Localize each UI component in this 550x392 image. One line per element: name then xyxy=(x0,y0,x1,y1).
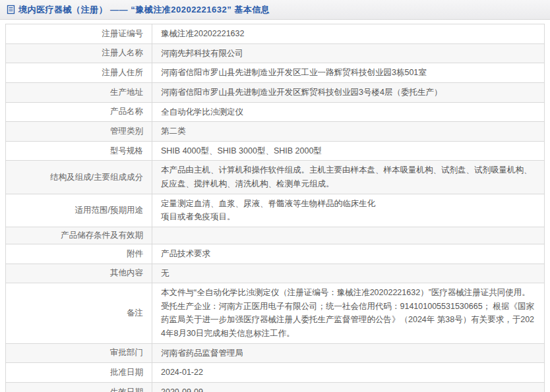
row-label-text: 备注 xyxy=(127,308,143,318)
row-label-text: 注册证编号 xyxy=(102,29,144,38)
row-label-text: 注册人名称 xyxy=(102,48,144,57)
row-label-text: 其他内容 xyxy=(110,268,143,277)
row-value: 河南先邦科技有限公司 xyxy=(152,43,545,63)
row-value: 2024-01-22 xyxy=(152,363,545,383)
row-label: 其他内容 xyxy=(6,264,152,283)
row-label-text: 注册人住所 xyxy=(102,68,144,77)
row-value: 河南省信阳市罗山县先进制造业开发区辉贸科技创业园3号楼4层（委托生产） xyxy=(152,82,545,102)
table-row: 注册人名称河南先邦科技有限公司 xyxy=(6,43,545,63)
row-label-text: 生效日期 xyxy=(110,387,143,392)
row-value: 无 xyxy=(152,264,545,283)
row-label-text: 结构及组成/主要组成成分 xyxy=(50,173,143,182)
row-label: 适用范围/预期用途 xyxy=(6,194,152,227)
table-row: 其他内容无 xyxy=(6,264,545,283)
page-header: 境内医疗器械（注册） —— “豫械注准20202221632” 基本信息 xyxy=(0,0,550,20)
row-value: 产品技术要求 xyxy=(152,244,545,264)
row-label: 生效日期 xyxy=(6,382,152,392)
table-row: 管理类别第二类 xyxy=(6,122,545,142)
row-value xyxy=(152,227,545,244)
row-label: 注册证编号 xyxy=(6,24,152,44)
row-label: 型号规格 xyxy=(6,141,152,161)
table-row: 审批部门河南省药品监督管理局 xyxy=(6,343,545,363)
row-label-text: 审批部门 xyxy=(110,348,143,357)
row-label-text: 生产地址 xyxy=(110,88,143,97)
row-value: SHIB 4000型、SHIB 3000型、SHIB 2000型 xyxy=(152,141,545,161)
row-value: 本文件与“全自动化学比浊测定仪（注册证编号：豫械注准20202221632）”医… xyxy=(152,283,545,344)
table-row: 结构及组成/主要组成成分本产品由主机、计算机和操作软件组成。主机主要由样本盘、样… xyxy=(6,161,545,194)
row-label: 管理类别 xyxy=(6,122,152,142)
table-row: 产品名称全自动化学比浊测定仪 xyxy=(6,102,545,122)
table-row: 生效日期2020-09-09 xyxy=(6,382,545,392)
row-label-text: 管理类别 xyxy=(110,126,143,136)
info-table: 注册证编号豫械注准20202221632注册人名称河南先邦科技有限公司注册人住所… xyxy=(5,24,545,392)
table-row: 批准日期2024-01-22 xyxy=(6,363,545,383)
row-value: 河南省信阳市罗山县先进制造业开发区工业一路辉贸科技创业园3栋501室 xyxy=(152,63,545,83)
row-label: 结构及组成/主要组成成分 xyxy=(6,161,152,194)
info-table-container: 注册证编号豫械注准20202221632注册人名称河南先邦科技有限公司注册人住所… xyxy=(0,20,550,392)
row-value: 本产品由主机、计算机和操作软件组成。主机主要由样本盘、样本吸量机构、试剂盘、试剂… xyxy=(152,161,545,194)
table-row: 生产地址河南省信阳市罗山县先进制造业开发区辉贸科技创业园3号楼4层（委托生产） xyxy=(6,82,545,102)
row-label: 生产地址 xyxy=(6,82,152,102)
page-title: 境内医疗器械（注册） —— “豫械注准20202221632” 基本信息 xyxy=(18,4,270,16)
row-label: 批准日期 xyxy=(6,363,152,383)
table-row: 产品储存条件及有效期 xyxy=(6,227,545,244)
document-icon xyxy=(7,5,15,14)
table-row: 注册人住所河南省信阳市罗山县先进制造业开发区工业一路辉贸科技创业园3栋501室 xyxy=(6,63,545,83)
row-value: 豫械注准20202221632 xyxy=(152,24,545,44)
row-label-text: 批准日期 xyxy=(110,368,143,377)
row-label: 审批部门 xyxy=(6,343,152,363)
row-label: 备注 xyxy=(6,283,152,344)
row-value: 河南省药品监督管理局 xyxy=(152,343,545,363)
row-label-text: 适用范围/预期用途 xyxy=(75,206,143,215)
table-row: 注册证编号豫械注准20202221632 xyxy=(6,24,545,44)
table-row: 型号规格SHIB 4000型、SHIB 3000型、SHIB 2000型 xyxy=(6,141,545,161)
row-value: 第二类 xyxy=(152,122,545,142)
row-label-text: 附件 xyxy=(127,249,143,258)
table-row: 附件产品技术要求 xyxy=(6,244,545,264)
row-value: 全自动化学比浊测定仪 xyxy=(152,102,545,122)
row-value: 定量测定血清、血浆、尿液、脊髓液等生物样品的临床生化 项目或者免疫项目。 xyxy=(152,194,545,227)
row-value: 2020-09-09 xyxy=(152,382,545,392)
row-label: 附件 xyxy=(6,244,152,264)
row-label: 注册人名称 xyxy=(6,43,152,63)
row-label: 注册人住所 xyxy=(6,63,152,83)
table-row: 适用范围/预期用途定量测定血清、血浆、尿液、脊髓液等生物样品的临床生化 项目或者… xyxy=(6,194,545,227)
table-row: 备注本文件与“全自动化学比浊测定仪（注册证编号：豫械注准20202221632）… xyxy=(6,283,545,344)
row-label-text: 型号规格 xyxy=(110,146,143,155)
row-label-text: 产品名称 xyxy=(110,107,143,116)
row-label: 产品储存条件及有效期 xyxy=(6,227,152,244)
row-label: 产品名称 xyxy=(6,102,152,122)
row-label-text: 产品储存条件及有效期 xyxy=(61,231,143,240)
